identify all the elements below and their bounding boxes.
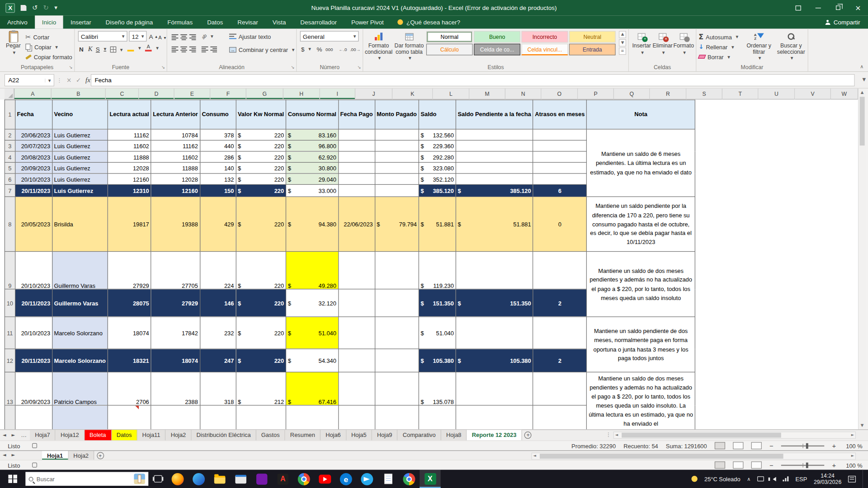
taskbar-app-file-explorer[interactable] [209,470,231,488]
cell-B5[interactable]: Luis Gutierrez [52,162,108,173]
cell-I10[interactable] [375,289,419,317]
tell-me-box[interactable]: ¿Qué desea hacer? [397,15,460,28]
cell-K7[interactable]: $385.120 [456,184,533,197]
row-header-2[interactable]: 2 [5,129,15,140]
insert-function-button[interactable]: fx [85,76,90,84]
taskbar-app-firefox[interactable] [167,470,189,488]
cell-H11[interactable] [338,317,375,349]
sheet-tab-boleta[interactable]: Boleta [85,430,112,440]
column-header-F[interactable]: F [210,89,246,99]
cell-B2[interactable]: Luis Gutierrez [52,129,108,140]
header-cell-B[interactable]: Vecino [52,100,108,129]
cell-L5[interactable] [533,162,587,173]
expand-formula-bar-button[interactable]: ▼ [863,77,866,82]
sheet-tab-hoja8[interactable]: Hoja8 [441,430,467,440]
cell-K11[interactable] [456,317,533,349]
window2-horizontal-scrollbar[interactable]: ◄ ► [532,453,856,460]
cell-I12[interactable] [375,349,419,372]
cell-B10[interactable]: Guillermo Varas [52,289,108,317]
cell-H5[interactable] [338,162,375,173]
note-cell-row-13[interactable]: Mantiene un saldo de dos meses pendiente… [587,372,695,429]
cell-F5[interactable]: $220 [236,162,286,173]
cell-D9[interactable]: 27705 [151,252,200,289]
cell-J4[interactable]: $292.280 [419,151,456,162]
column-header-M[interactable]: M [469,89,505,99]
cell-D3[interactable]: 11162 [151,140,200,151]
sheet-tab-distribuci-n-el-ctrica[interactable]: Distribución Eléctrica [192,430,256,440]
fill-button[interactable]: ↓Rellenar▼ [698,42,734,52]
cell-F[interactable] [236,405,286,429]
column-header-N[interactable]: N [505,89,542,99]
column-header-C[interactable]: C [106,89,139,99]
cell-G6[interactable]: $29.040 [286,174,338,184]
taskbar-app-purple-app[interactable] [251,470,273,488]
zoom-in-button[interactable]: + [832,442,836,450]
cell-F8[interactable]: $220 [236,197,286,251]
cell-L10[interactable]: 2 [533,289,587,317]
cell-H12[interactable] [338,349,375,372]
cell-G[interactable] [286,405,338,429]
cell-E13[interactable]: 318 [200,372,236,405]
header-cell-F[interactable]: Valor Kw Normal [236,100,286,129]
cell-H2[interactable] [338,129,375,140]
qat-customize-button[interactable]: ▼ [54,6,57,10]
delete-cells-button[interactable]: Eliminar▼ [653,30,672,55]
cell-J6[interactable]: $352.120 [419,174,456,184]
window2-sheet-tab-hoja1[interactable]: Hoja1 [42,451,68,460]
cell-I7[interactable] [375,184,419,197]
cell-K8[interactable]: $51.881 [456,197,533,251]
window2-sheet-nav-left-button[interactable]: ◄ [0,451,9,460]
cell-style-normal[interactable]: Normal [426,31,473,43]
header-cell-H[interactable]: Fecha Pago [338,100,375,129]
cell-D4[interactable]: 11602 [151,151,200,162]
clear-button[interactable]: Borrar▼ [698,52,730,61]
taskbar-app-edge[interactable] [188,470,209,488]
shrink-font-button[interactable]: A▼ [158,33,166,42]
cell-B3[interactable]: Luis Gutierrez [52,140,108,151]
cell-L12[interactable]: 2 [533,349,587,372]
header-cell-G[interactable]: Consumo Normal [286,100,338,129]
cell-E3[interactable]: 440 [200,140,236,151]
cell-A11[interactable]: 20/10/2023 [15,317,52,349]
sheet-tab-hoja2[interactable]: Hoja2 [166,430,192,440]
sheet-tab-resumen[interactable]: Resumen [285,430,321,440]
cell-style-celda-de-co[interactable]: Celda de co... [474,44,520,56]
window2-scroll-left-icon[interactable]: ◄ [533,454,536,458]
sheet-tab-hoja5[interactable]: Hoja5 [346,430,372,440]
taskbar-app-telegram[interactable] [357,470,378,488]
cell-H10[interactable] [338,289,375,317]
cell-L6[interactable] [533,174,587,184]
task-view-button[interactable] [148,470,167,488]
ribbon-tab-f-rmulas[interactable]: Fórmulas [160,15,200,28]
cell-I8[interactable]: $79.794 [375,197,419,251]
cell-J2[interactable]: $132.560 [419,129,456,140]
row-header-7[interactable]: 7 [5,184,15,197]
notification-center-icon[interactable] [848,475,856,482]
sheet-tab-hoja12[interactable]: Hoja12 [56,430,85,440]
cell-style-bueno[interactable]: Bueno [474,31,520,43]
bold-button[interactable]: N [79,44,84,54]
find-select-button[interactable]: Buscar y seleccionar▼ [775,30,807,61]
cell-F7[interactable]: $220 [236,184,286,197]
new-sheet-button[interactable]: + [522,430,534,440]
column-header-S[interactable]: S [686,89,722,99]
insert-cells-button[interactable]: Insertar▼ [632,30,651,55]
zoom-level[interactable]: 100 % [844,442,863,449]
tab-splitter[interactable]: ⋮ [606,432,611,437]
note-cell-row-11[interactable]: Mantiene un saldo pendiente de dos meses… [587,317,695,372]
window2-sheet-nav-right-button[interactable]: ► [9,451,18,460]
cell-H[interactable] [338,405,375,429]
row-header-9[interactable]: 9 [5,252,15,289]
sheet-nav-left-button[interactable]: ◄ [0,430,9,440]
cell-H6[interactable] [338,174,375,184]
align-center-button[interactable] [180,45,187,54]
cell-H9[interactable] [338,252,375,289]
window2-horizontal-scroll-thumb[interactable] [540,454,783,459]
column-header-Q[interactable]: Q [614,89,650,99]
cell-D10[interactable]: 27929 [151,289,200,317]
cell-J10[interactable]: $151.350 [419,289,456,317]
cell-I5[interactable] [375,162,419,173]
align-middle-button[interactable] [180,33,187,42]
cell-J11[interactable]: $51.040 [419,317,456,349]
cell-B11[interactable]: Marcelo Solorzano [52,317,108,349]
